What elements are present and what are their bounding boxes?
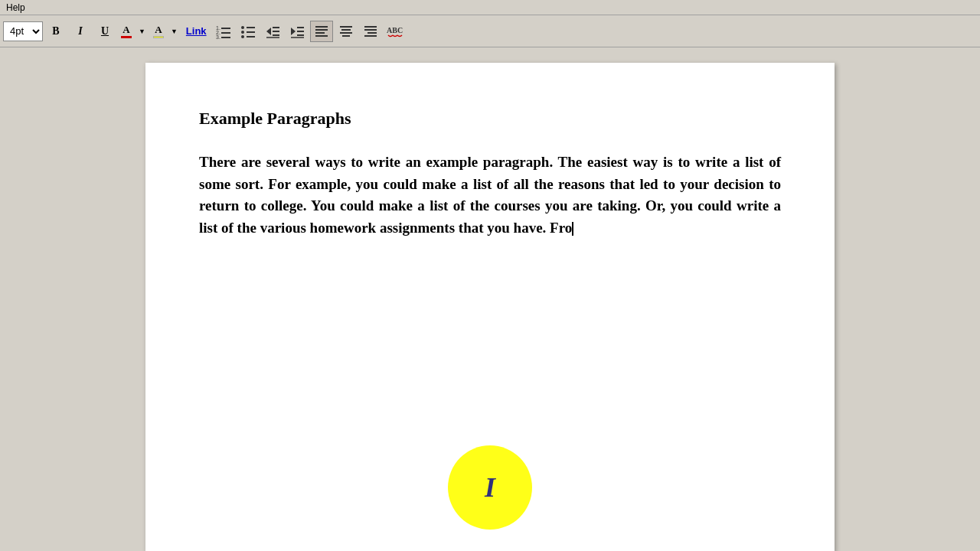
svg-point-8 <box>241 31 244 34</box>
highlight-color-group: A ▼ <box>150 21 181 42</box>
align-right-icon <box>362 24 379 39</box>
indent-decrease-icon <box>265 24 280 39</box>
cursor-indicator: I <box>448 445 532 530</box>
indent-increase-icon <box>289 24 305 39</box>
text-color-group: A ▼ <box>118 21 149 42</box>
text-cursor <box>572 222 573 236</box>
document-title: Example Paragraphs <box>199 109 781 129</box>
svg-marker-12 <box>266 28 271 35</box>
highlight-color-dropdown[interactable]: ▼ <box>167 21 181 42</box>
i-beam-cursor-icon: I <box>485 471 495 504</box>
menu-help[interactable]: Help <box>3 2 28 13</box>
link-button[interactable]: Link <box>182 21 211 42</box>
indent-increase-button[interactable] <box>286 21 309 42</box>
bold-button[interactable]: B <box>44 21 67 42</box>
menu-bar: Help <box>0 0 980 15</box>
align-right-button[interactable] <box>359 21 382 42</box>
ordered-list-icon: 1. 2. 3. <box>216 24 231 39</box>
underline-button[interactable]: U <box>93 21 116 42</box>
highlight-color-button[interactable]: A <box>150 21 167 42</box>
indent-decrease-button[interactable] <box>261 21 284 42</box>
svg-text:ABC: ABC <box>387 26 403 34</box>
align-center-button[interactable] <box>335 21 358 42</box>
align-left-button[interactable] <box>310 21 333 42</box>
svg-point-6 <box>241 26 244 29</box>
spellcheck-button[interactable]: ABC <box>384 21 407 42</box>
text-color-arrow: ▼ <box>139 28 145 35</box>
font-size-select[interactable]: 4pt <box>3 21 43 41</box>
align-left-icon <box>313 24 330 39</box>
document-paragraph[interactable]: There are several ways to write an examp… <box>199 152 781 239</box>
svg-text:3.: 3. <box>216 34 220 39</box>
unordered-list-icon <box>240 24 256 39</box>
spellcheck-icon: ABC <box>386 22 404 41</box>
ordered-list-button[interactable]: 1. 2. 3. <box>212 21 235 42</box>
svg-point-10 <box>241 35 244 38</box>
document-page[interactable]: Example Paragraphs There are several way… <box>145 63 835 551</box>
toolbar: 4pt B I U A ▼ A ▼ Link <box>0 15 980 47</box>
unordered-list-button[interactable] <box>237 21 260 42</box>
highlight-color-swatch <box>153 36 164 38</box>
text-color-button[interactable]: A <box>118 21 135 42</box>
highlight-color-arrow: ▼ <box>171 28 178 35</box>
italic-button[interactable]: I <box>69 21 92 42</box>
highlight-color-icon: A <box>153 24 164 38</box>
text-color-icon: A <box>121 24 132 38</box>
svg-marker-17 <box>291 28 296 35</box>
paragraph-text: There are several ways to write an examp… <box>199 154 781 236</box>
content-area: Example Paragraphs There are several way… <box>0 47 980 551</box>
text-color-dropdown[interactable]: ▼ <box>135 21 149 42</box>
text-color-swatch <box>121 36 132 38</box>
align-center-icon <box>338 24 354 39</box>
